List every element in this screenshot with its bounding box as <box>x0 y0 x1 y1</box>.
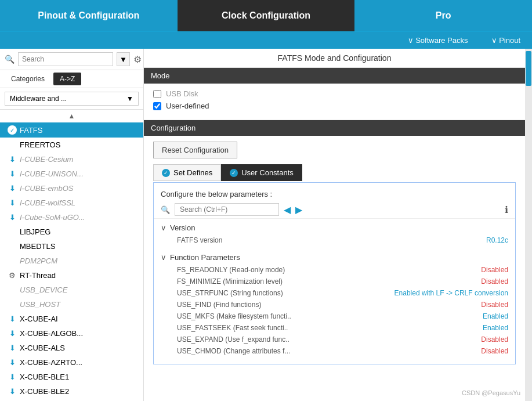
config-tabs: ✓ Set Defines ✓ User Constants <box>153 164 516 181</box>
tab-user-constants[interactable]: ✓ User Constants <box>221 164 302 181</box>
param-name-7: USE_CHMOD (Change attributes f... <box>177 347 481 355</box>
icube-unison-dl-icon: ⬇ <box>7 169 17 178</box>
reset-configuration-button[interactable]: Reset Configuration <box>153 142 237 158</box>
sidebar-item-pdm2pcm[interactable]: PDM2PCM <box>0 254 143 268</box>
param-row-7: USE_CHMOD (Change attributes f... Disabl… <box>154 345 515 357</box>
top-nav: Pinout & Configuration Clock Configurati… <box>0 0 532 31</box>
sidebar-label-icube-som: I-Cube-SoM-uGO... <box>20 213 85 222</box>
sidebar-label-xcube-algob: X-CUBE-ALGOB... <box>20 329 83 338</box>
search-dropdown[interactable]: ▼ <box>117 52 130 66</box>
tab-set-defines[interactable]: ✓ Set Defines <box>153 164 221 181</box>
xcube-als-dl-icon: ⬇ <box>7 344 17 352</box>
fatfs-version-row: FATFS version R0.12c <box>154 234 515 246</box>
subnav-pinout[interactable]: ∨ Pinout <box>480 32 532 49</box>
sidebar-item-freertos[interactable]: FREERTOS <box>0 138 143 152</box>
sidebar-item-fatfs[interactable]: ✓ FATFS <box>0 122 143 138</box>
icube-som-dl-icon: ⬇ <box>7 213 17 222</box>
nav-prev-icon[interactable]: ◀ <box>284 204 291 215</box>
config-section-header: Configuration <box>144 120 525 136</box>
version-header[interactable]: ∨ Version <box>154 221 515 234</box>
sidebar-item-usb-host[interactable]: USB_HOST <box>0 297 143 312</box>
xcube-ble1-dl-icon: ⬇ <box>7 373 17 381</box>
params-area: Configure the below parameters : 🔍 ◀ ▶ ℹ… <box>153 182 516 364</box>
param-name-5: USE_FASTSEEK (Fast seek functi.. <box>177 324 483 332</box>
sidebar-label-xcube-ai: X-CUBE-AI <box>20 315 58 323</box>
sidebar-label-fatfs: FATFS <box>20 126 42 135</box>
xcube-ble2-dl-icon: ⬇ <box>7 387 17 396</box>
sidebar-item-xcube-ble1[interactable]: ⬇ X-CUBE-BLE1 <box>0 370 143 384</box>
tab-pinout[interactable]: Pinout & Configuration <box>0 0 178 31</box>
usb-disk-checkbox[interactable] <box>153 90 161 98</box>
sub-nav: ∨ Software Packs ∨ Pinout <box>0 31 532 49</box>
sidebar-item-xcube-algob[interactable]: ⬇ X-CUBE-ALGOB... <box>0 326 143 341</box>
sidebar-label-libjpeg: LIBJPEG <box>20 227 50 236</box>
subnav-software-packs[interactable]: ∨ Software Packs <box>396 32 480 49</box>
mode-usb-disk: USB Disk <box>153 89 516 98</box>
function-params-arrow-icon: ∨ <box>161 253 167 262</box>
sidebar-item-rtthread[interactable]: ⚙ RT-Thread <box>0 268 143 283</box>
sidebar-item-xcube-blemgf[interactable]: ⬇ X-CUBE-BLEMGF <box>0 399 143 401</box>
function-params-header[interactable]: ∨ Function Parameters <box>154 251 515 264</box>
info-icon[interactable]: ℹ <box>505 204 508 215</box>
param-name-6: USE_EXPAND (Use f_expand func.. <box>177 335 481 344</box>
sidebar-tabs: Categories A->Z <box>0 70 143 88</box>
fatfs-check-icon: ✓ <box>7 125 17 135</box>
sidebar-item-icube-wolfssl[interactable]: ⬇ I-CUBE-wolfSSL <box>0 196 143 210</box>
param-value-0: Disabled <box>481 266 508 274</box>
sidebar-label-icube-wolfssl: I-CUBE-wolfSSL <box>20 198 75 207</box>
sidebar-item-icube-unison[interactable]: ⬇ I-CUBE-UNISON... <box>0 167 143 181</box>
content-area: FATFS Mode and Configuration Mode USB Di… <box>144 49 525 401</box>
sidebar-label-pdm2pcm: PDM2PCM <box>20 257 57 265</box>
config-body: Reset Configuration ✓ Set Defines ✓ User… <box>144 136 525 370</box>
scroll-up[interactable]: ▲ <box>0 110 143 122</box>
main-layout: 🔍 ▼ ⚙ Categories A->Z Middleware and ...… <box>0 49 532 401</box>
user-defined-checkbox[interactable] <box>153 102 161 110</box>
param-name-0: FS_READONLY (Read-only mode) <box>177 266 481 274</box>
sidebar-item-icube-embos[interactable]: ⬇ I-CUBE-embOS <box>0 181 143 196</box>
sidebar-item-mbedtls[interactable]: MBEDTLS <box>0 239 143 254</box>
filter-dropdown[interactable]: Middleware and ... ▼ <box>5 92 139 106</box>
settings-icon[interactable]: ⚙ <box>133 54 142 65</box>
sidebar-item-icube-cesium[interactable]: ⬇ I-CUBE-Cesium <box>0 152 143 167</box>
param-value-6: Disabled <box>481 335 508 344</box>
sidebar: 🔍 ▼ ⚙ Categories A->Z Middleware and ...… <box>0 49 144 401</box>
param-row-5: USE_FASTSEEK (Fast seek functi.. Enabled <box>154 322 515 334</box>
xcube-azrto-dl-icon: ⬇ <box>7 358 17 367</box>
tab-categories[interactable]: Categories <box>5 73 51 85</box>
sidebar-item-xcube-azrto[interactable]: ⬇ X-CUBE-AZRTO... <box>0 355 143 370</box>
sidebar-label-usb-host: USB_HOST <box>20 300 60 309</box>
sidebar-label-rtthread: RT-Thread <box>20 271 56 280</box>
params-search-bar: 🔍 ◀ ▶ ℹ <box>154 201 515 219</box>
sidebar-item-icube-som[interactable]: ⬇ I-Cube-SoM-uGO... <box>0 210 143 225</box>
nav-next-icon[interactable]: ▶ <box>295 204 302 215</box>
tab-clock[interactable]: Clock Configuration <box>178 0 355 31</box>
sidebar-item-libjpeg[interactable]: LIBJPEG <box>0 225 143 239</box>
sidebar-item-xcube-als[interactable]: ⬇ X-CUBE-ALS <box>0 341 143 355</box>
param-row-3: USE_FIND (Find functions) Disabled <box>154 299 515 310</box>
function-params-section: ∨ Function Parameters FS_READONLY (Read-… <box>154 248 515 359</box>
sidebar-label-mbedtls: MBEDTLS <box>20 242 55 251</box>
param-row-1: FS_MINIMIZE (Minimization level) Disable… <box>154 276 515 287</box>
param-row-4: USE_MKFS (Make filesystem functi.. Enabl… <box>154 310 515 322</box>
xcube-ai-dl-icon: ⬇ <box>7 315 17 323</box>
params-label: Configure the below parameters : <box>154 187 515 201</box>
params-search-input[interactable] <box>175 203 279 216</box>
param-value-2: Enabled with LF -> CRLF conversion <box>395 289 508 297</box>
sidebar-item-xcube-ai[interactable]: ⬇ X-CUBE-AI <box>0 312 143 326</box>
param-name-4: USE_MKFS (Make filesystem functi.. <box>177 312 483 320</box>
scrollbar-track[interactable] <box>525 49 532 401</box>
sidebar-label-icube-cesium: I-CUBE-Cesium <box>20 155 73 164</box>
search-input[interactable] <box>18 52 113 66</box>
tab-pro[interactable]: Pro <box>354 0 532 31</box>
tab-atoz[interactable]: A->Z <box>53 73 81 85</box>
scrollbar-thumb[interactable] <box>526 51 531 86</box>
sidebar-item-usb-device[interactable]: USB_DEVICE <box>0 283 143 297</box>
sidebar-label-freertos: FREERTOS <box>20 140 60 149</box>
param-value-5: Enabled <box>483 324 508 332</box>
sidebar-item-xcube-ble2[interactable]: ⬇ X-CUBE-BLE2 <box>0 384 143 399</box>
xcube-algob-dl-icon: ⬇ <box>7 329 17 338</box>
param-value-1: Disabled <box>481 277 508 286</box>
sidebar-label-xcube-azrto: X-CUBE-AZRTO... <box>20 358 82 367</box>
icube-cesium-dl-icon: ⬇ <box>7 155 17 164</box>
mode-section-header: Mode <box>144 68 525 84</box>
